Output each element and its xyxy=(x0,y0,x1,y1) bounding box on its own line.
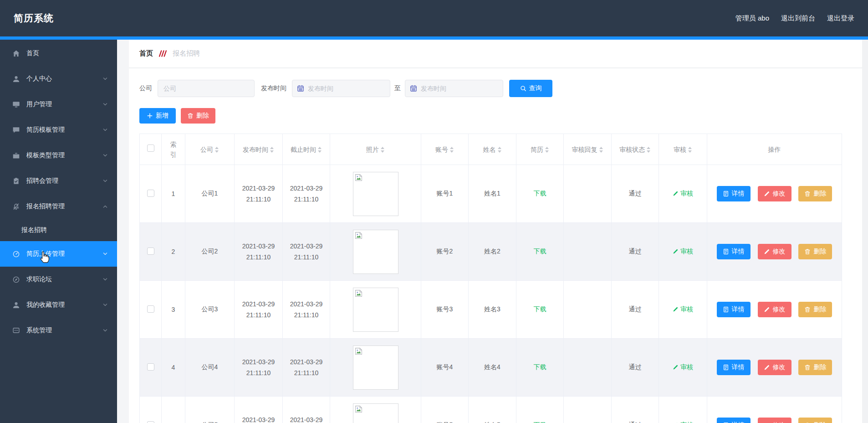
sort-caret-icon[interactable] xyxy=(317,146,322,153)
sort-caret-icon[interactable] xyxy=(599,146,603,153)
cell-company: 公司3 xyxy=(185,281,235,339)
search-button[interactable]: 查询 xyxy=(509,80,552,97)
cell-index: 5 xyxy=(162,397,185,423)
breadcrumb-home-link[interactable]: 首页 xyxy=(139,49,153,58)
cell-name: 姓名4 xyxy=(469,339,516,397)
publish-start-date-field[interactable] xyxy=(308,85,385,92)
sidebar-item-resume-upload[interactable]: 简历上传管理 xyxy=(0,241,117,267)
home-icon xyxy=(12,50,20,57)
content-panel: 首页 报名招聘 公司 发布时间 至 xyxy=(129,40,862,423)
records-table: 索引 公司 发布时间 截止时间 照片 账号 姓名 简历 审核回复 审核状态 审核 xyxy=(139,134,842,423)
sidebar-item-template-type[interactable]: 模板类型管理 xyxy=(0,143,117,168)
cell-index: 4 xyxy=(162,339,185,397)
row-checkbox[interactable] xyxy=(147,248,154,255)
sidebar-item-resume-template[interactable]: 简历模板管理 xyxy=(0,117,117,143)
column-header-review-status: 审核状态 xyxy=(612,134,659,165)
sidebar-subitem-label: 报名招聘 xyxy=(21,226,47,234)
edit-button[interactable]: 修改 xyxy=(758,418,791,423)
detail-button[interactable]: 详情 xyxy=(717,244,751,259)
publish-end-date-field[interactable] xyxy=(421,85,498,92)
review-link[interactable]: 审核 xyxy=(673,363,693,371)
sort-caret-icon[interactable] xyxy=(497,146,502,153)
trash-icon xyxy=(804,248,811,255)
download-link[interactable]: 下载 xyxy=(534,363,546,371)
dashboard-icon xyxy=(12,250,20,258)
sidebar-item-system-management[interactable]: 系统管理 xyxy=(0,318,117,343)
company-input[interactable] xyxy=(158,80,255,97)
detail-button[interactable]: 详情 xyxy=(717,186,751,201)
sort-caret-icon[interactable] xyxy=(688,146,692,153)
publish-start-date-input[interactable] xyxy=(292,80,390,97)
sort-caret-icon[interactable] xyxy=(449,146,454,153)
row-delete-button[interactable]: 删除 xyxy=(798,186,832,201)
add-button[interactable]: 新增 xyxy=(139,108,176,124)
sidebar-item-signup-recruit[interactable]: 报名招聘管理 xyxy=(0,194,117,219)
sort-caret-icon[interactable] xyxy=(646,146,651,153)
select-all-checkbox[interactable] xyxy=(147,144,154,152)
row-checkbox[interactable] xyxy=(147,190,154,197)
row-delete-button[interactable]: 删除 xyxy=(798,418,832,423)
vertical-scrollbar[interactable] xyxy=(862,40,868,423)
review-link[interactable]: 审核 xyxy=(673,421,693,423)
row-checkbox[interactable] xyxy=(147,421,154,423)
chevron-down-icon xyxy=(102,328,108,333)
sidebar-item-label: 简历上传管理 xyxy=(26,250,65,258)
exit-to-front-link[interactable]: 退出到前台 xyxy=(781,14,815,23)
cell-index: 1 xyxy=(162,165,185,223)
calendar-icon xyxy=(297,85,304,92)
cell-account: 账号2 xyxy=(421,223,469,281)
column-header-review: 审核 xyxy=(659,134,707,165)
detail-button[interactable]: 详情 xyxy=(717,360,751,375)
table-row: 1 公司1 2021-03-2921:11:10 2021-03-2921:11… xyxy=(140,165,842,223)
row-delete-button[interactable]: 删除 xyxy=(798,360,832,375)
publish-end-date-input[interactable] xyxy=(405,80,503,97)
edit-button[interactable]: 修改 xyxy=(758,186,791,201)
sidebar-item-label: 我的收藏管理 xyxy=(26,301,65,309)
delete-button[interactable]: 删除 xyxy=(181,108,215,124)
sidebar-subitem-signup-recruit[interactable]: 报名招聘 xyxy=(0,219,117,241)
sidebar-item-my-favorites[interactable]: 我的收藏管理 xyxy=(0,292,117,318)
detail-button[interactable]: 详情 xyxy=(717,418,751,423)
cell-photo xyxy=(330,281,421,339)
download-link[interactable]: 下载 xyxy=(534,190,546,198)
row-checkbox[interactable] xyxy=(147,363,154,371)
sort-caret-icon[interactable] xyxy=(545,146,549,153)
sidebar-item-personal-center[interactable]: 个人中心 xyxy=(0,66,117,92)
row-delete-button[interactable]: 删除 xyxy=(798,244,832,259)
detail-button[interactable]: 详情 xyxy=(717,302,751,317)
sidebar-item-job-fair[interactable]: 招聘会管理 xyxy=(0,168,117,194)
admin-user-link[interactable]: 管理员 abo xyxy=(735,14,769,23)
sidebar-item-label: 招聘会管理 xyxy=(26,177,58,185)
sort-caret-icon[interactable] xyxy=(214,146,219,153)
edit-button[interactable]: 修改 xyxy=(758,302,791,317)
logout-link[interactable]: 退出登录 xyxy=(827,14,854,23)
sidebar-item-label: 首页 xyxy=(26,49,39,57)
sort-caret-icon[interactable] xyxy=(380,146,385,153)
column-header-deadline: 截止时间 xyxy=(283,134,330,165)
download-link[interactable]: 下载 xyxy=(534,248,546,256)
message-icon xyxy=(12,327,20,335)
sidebar-item-user-management[interactable]: 用户管理 xyxy=(0,92,117,117)
edit-button[interactable]: 修改 xyxy=(758,360,791,375)
cell-review-reply xyxy=(564,397,612,423)
search-icon xyxy=(520,85,526,92)
sidebar-item-job-forum[interactable]: 求职论坛 xyxy=(0,267,117,292)
table-row: 3 公司3 2021-03-2921:11:10 2021-03-2921:11… xyxy=(140,281,842,339)
review-link[interactable]: 审核 xyxy=(673,305,693,314)
row-checkbox[interactable] xyxy=(147,305,154,313)
cell-publish-time: 2021-03-2921:11:10 xyxy=(235,223,283,281)
review-link[interactable]: 审核 xyxy=(673,190,693,198)
row-delete-button[interactable]: 删除 xyxy=(798,302,832,317)
content-body: 公司 发布时间 至 xyxy=(129,68,862,423)
download-link[interactable]: 下载 xyxy=(534,305,546,314)
user-icon xyxy=(12,301,20,309)
download-link[interactable]: 下载 xyxy=(534,421,546,423)
calendar-icon xyxy=(410,85,417,92)
cell-review: 审核 xyxy=(659,397,707,423)
review-link[interactable]: 审核 xyxy=(673,248,693,256)
cell-company: 公司5 xyxy=(185,397,235,423)
edit-button[interactable]: 修改 xyxy=(758,244,791,259)
chevron-down-icon xyxy=(102,102,108,107)
sort-caret-icon[interactable] xyxy=(270,146,274,153)
sidebar-item-home[interactable]: 首页 xyxy=(0,41,117,66)
